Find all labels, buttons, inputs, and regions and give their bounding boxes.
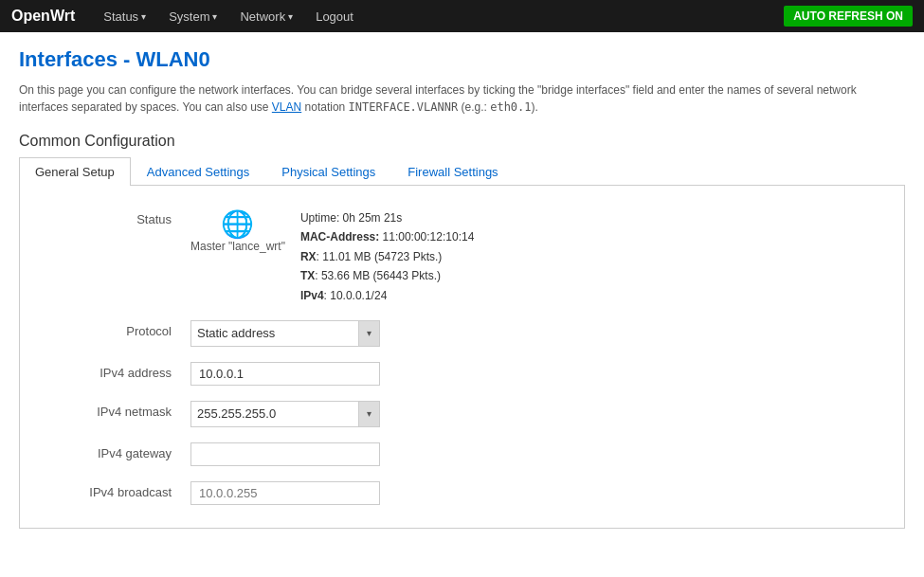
ipv4-netmask-select-arrow[interactable]: ▾ — [358, 402, 379, 426]
nav-status-label: Status — [103, 9, 138, 24]
nav-status-arrow: ▾ — [141, 11, 146, 22]
nav-bar: Status ▾ System ▾ Network ▾ Logout — [94, 4, 784, 29]
protocol-select-arrow[interactable]: ▾ — [358, 321, 379, 346]
ipv4-netmask-label: IPv4 netmask — [39, 401, 190, 419]
status-mac: MAC-Address: 11:00:00:12:10:14 — [300, 227, 474, 246]
status-field-label: Status — [39, 208, 190, 226]
ipv4-broadcast-input[interactable] — [190, 481, 380, 505]
ipv4-broadcast-control — [190, 481, 885, 505]
status-tx: TX: 53.66 MB (56443 Pkts.) — [300, 266, 474, 285]
brand-logo: OpenWrt — [11, 8, 75, 25]
status-master-label: Master "lance_wrt" — [190, 240, 285, 253]
ipv4-broadcast-label: IPv4 broadcast — [39, 481, 190, 499]
protocol-select[interactable]: Static address DHCP client Unmanaged — [191, 322, 358, 344]
ipv4-gateway-row: IPv4 gateway — [20, 435, 904, 474]
nav-network-arrow: ▾ — [288, 11, 293, 22]
page-description: On this page you can configure the netwo… — [19, 81, 905, 116]
ipv4-address-input[interactable] — [190, 362, 380, 386]
page-title: Interfaces - WLAN0 — [19, 47, 905, 72]
ipv4-netmask-control: 255.255.255.0 255.255.0.0 255.0.0.0 ▾ — [190, 401, 885, 427]
status-row: Status 🌐 Master "lance_wrt" Uptime: 0h 2… — [20, 201, 904, 313]
tab-advanced-settings[interactable]: Advanced Settings — [131, 157, 265, 186]
status-ipv4: IPv4: 10.0.0.1/24 — [300, 286, 474, 305]
protocol-control: Static address DHCP client Unmanaged ▾ — [190, 320, 885, 347]
tab-physical-settings[interactable]: Physical Settings — [265, 157, 391, 186]
status-rx: RX: 11.01 MB (54723 Pkts.) — [300, 247, 474, 266]
ipv4-gateway-control — [190, 442, 885, 466]
nav-network[interactable]: Network ▾ — [230, 4, 302, 29]
ipv4-gateway-label: IPv4 gateway — [39, 442, 190, 460]
status-widget: 🌐 Master "lance_wrt" Uptime: 0h 25m 21s … — [190, 208, 885, 305]
nav-status[interactable]: Status ▾ — [94, 4, 155, 29]
protocol-label: Protocol — [39, 320, 190, 338]
nav-system-arrow: ▾ — [212, 11, 217, 22]
nav-system-label: System — [169, 9, 209, 24]
tab-bar: General Setup Advanced Settings Physical… — [19, 157, 905, 186]
vlan-link[interactable]: VLAN — [272, 100, 301, 114]
nav-system[interactable]: System ▾ — [159, 4, 226, 29]
ipv4-netmask-select-wrap[interactable]: 255.255.255.0 255.255.0.0 255.0.0.0 ▾ — [190, 401, 380, 427]
ipv4-netmask-row: IPv4 netmask 255.255.255.0 255.255.0.0 2… — [20, 393, 904, 435]
ipv4-broadcast-row: IPv4 broadcast — [20, 474, 904, 513]
ipv4-gateway-input[interactable] — [190, 442, 380, 466]
tab-firewall-settings[interactable]: Firewall Settings — [391, 157, 514, 186]
ipv4-address-label: IPv4 address — [39, 362, 190, 380]
protocol-row: Protocol Static address DHCP client Unma… — [20, 313, 904, 354]
tab-general-setup[interactable]: General Setup — [19, 157, 131, 186]
nav-logout-label: Logout — [316, 9, 353, 24]
status-info: Uptime: 0h 25m 21s MAC-Address: 11:00:00… — [300, 208, 474, 305]
protocol-select-wrap[interactable]: Static address DHCP client Unmanaged ▾ — [190, 320, 380, 347]
status-network-icon: 🌐 — [190, 208, 285, 240]
auto-refresh-button[interactable]: AUTO REFRESH ON — [784, 6, 913, 27]
section-title: Common Configuration — [19, 133, 905, 150]
nav-logout[interactable]: Logout — [306, 4, 363, 29]
nav-network-label: Network — [240, 9, 285, 24]
ipv4-address-control — [190, 362, 885, 386]
status-uptime: Uptime: 0h 25m 21s — [300, 208, 474, 227]
ipv4-address-row: IPv4 address — [20, 354, 904, 393]
ipv4-netmask-select[interactable]: 255.255.255.0 255.255.0.0 255.0.0.0 — [191, 403, 358, 424]
form-section: Status 🌐 Master "lance_wrt" Uptime: 0h 2… — [19, 186, 905, 529]
